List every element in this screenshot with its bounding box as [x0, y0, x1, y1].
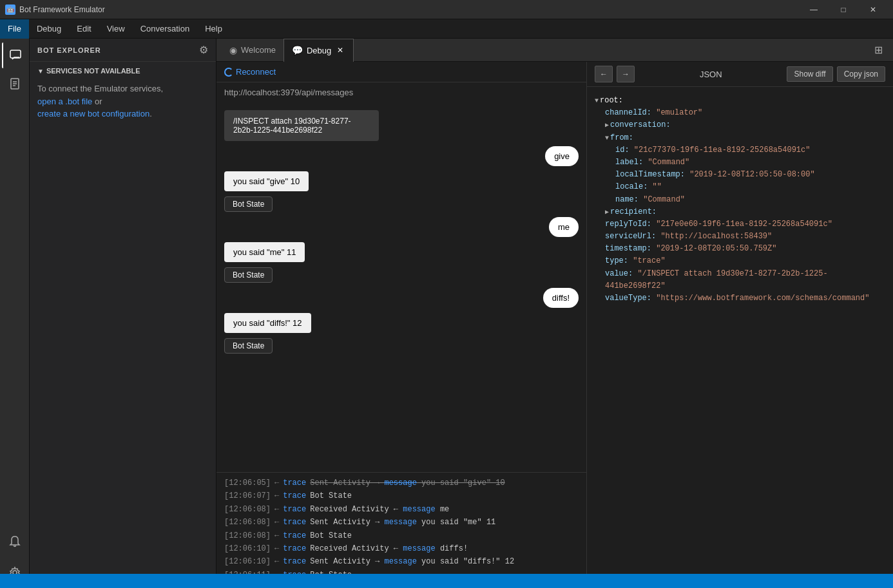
json-pane: ← → JSON Show diff Copy json ▼root: chan… — [587, 62, 893, 588]
bot-message-give: you said "give" 10 — [224, 171, 309, 191]
message-inspect[interactable]: /INSPECT attach 19d30e71-8277-2b2b-1225-… — [224, 110, 379, 141]
layout-button[interactable]: ⊞ — [869, 41, 888, 60]
json-toolbar: ← → JSON Show diff Copy json — [587, 62, 893, 87]
open-bot-link[interactable]: open a .bot file — [37, 97, 92, 106]
json-next-button[interactable]: → — [617, 66, 635, 82]
recipient-triangle[interactable]: ▶ — [605, 209, 609, 216]
debug-tab-close[interactable]: ✕ — [335, 45, 345, 55]
menu-help[interactable]: Help — [197, 19, 230, 39]
chat-messages: /INSPECT attach 19d30e71-8277-2b2b-1225-… — [216, 102, 586, 472]
menu-file[interactable]: File — [0, 19, 29, 39]
sidebar-icon-chat[interactable] — [2, 43, 28, 68]
log-line: [12:06:10] ← trace Received Activity ← m… — [224, 542, 579, 555]
log-trace-link[interactable]: trace — [283, 542, 306, 555]
chat-url: http://localhost:3979/api/messages — [216, 82, 586, 102]
tabbar: ◉ Welcome 💬 Debug ✕ ⊞ — [216, 39, 893, 62]
split-pane: Reconnect http://localhost:3979/api/mess… — [216, 62, 893, 588]
app-icon: 🤖 — [5, 5, 15, 15]
sidebar-icon-document[interactable] — [2, 71, 28, 97]
menu-debug[interactable]: Debug — [29, 19, 69, 39]
log-trace-link[interactable]: trace — [283, 477, 306, 489]
tab-welcome-label: Welcome — [241, 45, 276, 55]
log-line: [12:06:08] ← trace Received Activity ← m… — [224, 503, 579, 516]
minimize-button[interactable]: — — [799, 0, 829, 19]
log-pane: [12:06:05] ← trace Sent Activity → messa… — [216, 472, 586, 588]
services-section: ▼ SERVICES NOT AVAILABLE To connect the … — [30, 62, 216, 126]
tab-welcome[interactable]: ◉ Welcome — [222, 39, 283, 62]
services-title: SERVICES NOT AVAILABLE — [46, 67, 140, 75]
tab-debug[interactable]: 💬 Debug ✕ — [283, 39, 354, 62]
statusbar — [0, 574, 893, 588]
close-button[interactable]: ✕ — [858, 0, 888, 19]
log-trace-link[interactable]: trace — [283, 555, 306, 568]
copy-json-button[interactable]: Copy json — [837, 66, 885, 82]
bot-state-me[interactable]: Bot State — [224, 267, 273, 283]
log-trace-link[interactable]: trace — [283, 516, 306, 529]
chat-toolbar: Reconnect — [216, 62, 586, 82]
log-trace-link[interactable]: trace — [283, 489, 306, 502]
user-message-give: give — [545, 146, 579, 166]
welcome-tab-icon: ◉ — [229, 45, 237, 55]
user-message-me: me — [549, 217, 579, 237]
debug-tab-icon: 💬 — [292, 45, 303, 55]
content-area: ◉ Welcome 💬 Debug ✕ ⊞ Reconnect — [216, 39, 893, 588]
explorer-settings-icon[interactable]: ⚙ — [199, 44, 208, 56]
log-line: [12:06:08] ← trace Bot State — [224, 529, 579, 542]
services-arrow: ▼ — [37, 68, 44, 75]
from-triangle[interactable]: ▼ — [605, 135, 609, 142]
svg-rect-0 — [10, 50, 21, 58]
json-label: JSON — [639, 70, 783, 79]
sidebar-icon-bell[interactable] — [2, 529, 28, 555]
reconnect-button[interactable]: Reconnect — [224, 67, 276, 77]
log-line: [12:06:10] ← trace Sent Activity → messa… — [224, 555, 579, 568]
window-title: Bot Framework Emulator — [19, 5, 795, 14]
window-controls: — □ ✕ — [799, 0, 888, 19]
bot-state-diffs[interactable]: Bot State — [224, 338, 273, 354]
reconnect-label: Reconnect — [236, 67, 276, 77]
chat-pane: Reconnect http://localhost:3979/api/mess… — [216, 62, 587, 588]
show-diff-button[interactable]: Show diff — [787, 66, 832, 82]
root-triangle[interactable]: ▼ — [595, 97, 599, 104]
log-line: [12:06:05] ← trace Sent Activity → messa… — [224, 477, 579, 489]
bot-message-diffs: you said "diffs!" 12 — [224, 313, 311, 333]
log-trace-link[interactable]: trace — [283, 503, 306, 516]
create-bot-link[interactable]: create a new bot configuration — [37, 109, 149, 119]
explorer-header: BOT EXPLORER ⚙ — [30, 39, 216, 62]
json-content: ▼root: channelId: "emulator" ▶conversati… — [587, 87, 893, 588]
explorer-title: BOT EXPLORER — [37, 46, 101, 54]
main-layout: BOT EXPLORER ⚙ ▼ SERVICES NOT AVAILABLE … — [0, 39, 893, 588]
bot-state-give[interactable]: Bot State — [224, 196, 273, 212]
sidebar-icons — [0, 39, 30, 588]
bot-explorer-panel: BOT EXPLORER ⚙ ▼ SERVICES NOT AVAILABLE … — [30, 39, 216, 588]
bot-message-me: you said "me" 11 — [224, 242, 305, 262]
conversation-triangle[interactable]: ▶ — [605, 122, 609, 129]
maximize-button[interactable]: □ — [829, 0, 858, 19]
menu-edit[interactable]: Edit — [69, 19, 99, 39]
services-header[interactable]: ▼ SERVICES NOT AVAILABLE — [37, 67, 208, 75]
json-prev-button[interactable]: ← — [595, 66, 613, 82]
menu-view[interactable]: View — [99, 19, 133, 39]
menubar: File Debug Edit View Conversation Help — [0, 19, 893, 39]
tab-debug-label: Debug — [307, 46, 331, 55]
log-trace-link[interactable]: trace — [283, 529, 306, 542]
titlebar: 🤖 Bot Framework Emulator — □ ✕ — [0, 0, 893, 19]
log-line: [12:06:07] ← trace Bot State — [224, 489, 579, 502]
log-line: [12:06:08] ← trace Sent Activity → messa… — [224, 516, 579, 529]
connect-text: To connect the Emulator services, open a… — [37, 82, 208, 120]
reconnect-icon — [224, 68, 233, 77]
user-message-diffs: diffs! — [543, 288, 579, 308]
menu-conversation[interactable]: Conversation — [133, 19, 198, 39]
